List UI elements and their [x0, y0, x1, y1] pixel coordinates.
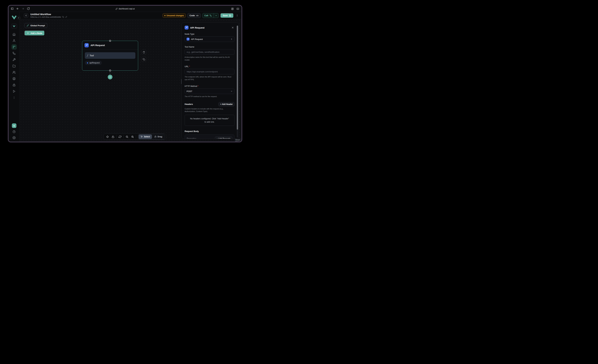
chevron-right-icon [18, 17, 19, 19]
sidebar-item-community[interactable] [12, 76, 17, 81]
browser-window: dashboard.vapi.ai [8, 5, 242, 142]
node-tool-row[interactable]: ƒ Tool [85, 52, 135, 59]
call-options-button[interactable] [214, 13, 219, 18]
url-text: dashboard.vapi.ai [119, 8, 135, 10]
users-group-icon [13, 71, 16, 74]
zoom-out-icon [126, 135, 128, 138]
sidebar-item-squads[interactable] [12, 70, 17, 75]
tool-name-label: Tool Name [185, 46, 234, 48]
link-icon[interactable] [65, 16, 67, 18]
delete-node-button[interactable] [141, 50, 146, 55]
back-icon[interactable] [16, 7, 19, 10]
required-asterisk: * [189, 65, 190, 68]
call-button[interactable]: Call [202, 13, 214, 18]
select-mode-button[interactable]: Select [139, 134, 152, 139]
url-input[interactable] [185, 69, 234, 74]
close-panel-button[interactable] [231, 26, 234, 29]
sidebar-item-phone-numbers[interactable] [12, 51, 17, 56]
sidebar-item-test-suites[interactable] [12, 89, 17, 94]
lock-canvas-button[interactable] [110, 134, 116, 139]
cursor-icon [141, 136, 143, 138]
sidebar-item-tools[interactable] [12, 57, 17, 62]
trash-icon [143, 51, 145, 53]
headers-section-label: Headers [185, 103, 193, 105]
sidebar-item-overview[interactable] [12, 32, 17, 37]
lock-icon [13, 83, 16, 87]
select-drag-toggle: Select Drag [138, 134, 165, 140]
drag-mode-button[interactable]: Drag [152, 134, 164, 139]
unlock-icon [112, 135, 114, 138]
fit-view-button[interactable] [105, 134, 110, 139]
url-helper: The endpoint URL where the API request w… [185, 75, 234, 81]
code-label: Code [190, 14, 195, 17]
plus-icon [109, 76, 111, 78]
sidebar-item-workflows[interactable] [12, 44, 17, 49]
sidebar-item-more[interactable] [12, 95, 17, 100]
api-request-node[interactable]: API Request ƒ Tool apiRequest [82, 41, 138, 71]
panel-node-icon [185, 26, 189, 30]
chevron-left-icon [25, 15, 27, 16]
folder-icon [13, 65, 16, 68]
forward-icon[interactable] [22, 7, 24, 10]
browser-sidebar-toggle-icon[interactable] [11, 7, 14, 10]
badge-dot-icon [87, 62, 88, 64]
drag-label: Drag [158, 136, 162, 138]
node-type-label: Node Type [185, 33, 234, 35]
copy-icon [143, 58, 145, 61]
sidebar-expand-button[interactable] [17, 16, 20, 20]
add-header-button[interactable]: + Add Header [218, 102, 234, 106]
panel-title: API Request [190, 26, 204, 29]
panel-scrollbar-thumb[interactable] [237, 26, 238, 129]
global-prompt-button[interactable]: Global Prompt [24, 23, 47, 28]
zoom-in-button[interactable] [130, 134, 135, 139]
add-next-node-button[interactable] [108, 75, 112, 79]
help-button[interactable] [12, 129, 17, 134]
sidebar-item-assistants[interactable] [12, 38, 17, 43]
http-method-select[interactable]: POST [185, 89, 234, 94]
add-node-button[interactable]: Add a Node [24, 31, 45, 36]
refresh-layout-button[interactable] [117, 134, 123, 139]
back-button[interactable] [24, 13, 28, 18]
hand-icon [154, 136, 157, 138]
billing-button[interactable]: $ [12, 123, 17, 128]
request-body-section: Properties + Add Property [185, 134, 234, 139]
user-icon [13, 39, 16, 42]
http-method-helper: The HTTP method to use for the request. [185, 95, 234, 98]
node-input-handle[interactable] [109, 40, 111, 42]
vapi-logo[interactable] [12, 16, 17, 20]
panel-scrollbar[interactable] [237, 25, 238, 138]
plus-icon [27, 32, 29, 34]
save-icon [229, 15, 231, 17]
screenshot-root: dashboard.vapi.ai [0, 0, 250, 152]
tool-name-input[interactable] [185, 49, 234, 55]
link-icon [115, 8, 117, 10]
more-menu-button[interactable] [235, 13, 239, 18]
settings-button[interactable] [12, 135, 17, 140]
address-bar[interactable]: dashboard.vapi.ai [115, 6, 135, 12]
help-circle-icon [13, 130, 16, 133]
zoom-out-button[interactable] [124, 134, 130, 139]
add-property-button[interactable]: + Add Property [215, 137, 232, 139]
browser-settings-icon[interactable] [231, 8, 234, 10]
plug-icon [187, 38, 189, 40]
workspace-switcher[interactable] [11, 24, 17, 29]
kebab-icon [236, 14, 238, 17]
more-vertical-icon [13, 96, 16, 99]
copy-icon[interactable] [62, 16, 64, 18]
workflow-canvas[interactable]: Global Prompt Add a Node [20, 19, 241, 142]
node-type-select[interactable]: API Request [185, 36, 234, 42]
call-split-button: Call [202, 13, 219, 18]
node-title: API Request [91, 44, 105, 47]
duplicate-node-button[interactable] [141, 57, 146, 62]
split-view-icon[interactable] [236, 8, 239, 10]
code-button[interactable]: Code </> [187, 13, 201, 18]
save-button[interactable]: Save [220, 13, 234, 18]
select-chevrons-icon [231, 38, 233, 40]
code-brackets-icon: </> [196, 15, 199, 16]
sidebar-item-files[interactable] [12, 63, 17, 69]
reload-icon[interactable] [27, 7, 30, 10]
page-title: Untitled Workflow [30, 13, 67, 16]
call-label: Call [204, 14, 208, 17]
sidebar-item-api-keys[interactable] [12, 82, 17, 88]
workflow-icon [13, 45, 16, 49]
